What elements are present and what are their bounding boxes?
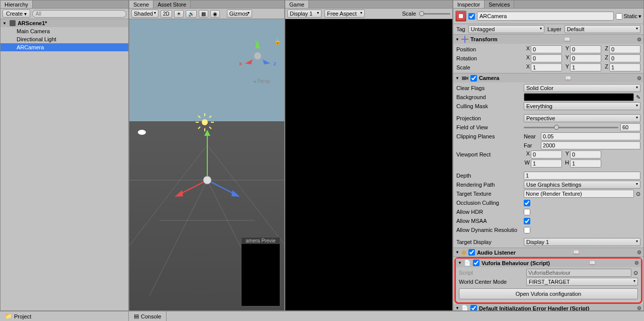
inspector-tab[interactable]: Inspector: [453, 1, 485, 8]
occlusion-checkbox[interactable]: [524, 200, 530, 206]
target-texture-input[interactable]: [524, 190, 634, 198]
vuforia-header[interactable]: 📄 Vuforia Behaviour (Script) 📖 ⚙: [456, 259, 641, 267]
near-input[interactable]: [541, 132, 640, 140]
project-tab[interactable]: 📁 Project: [0, 311, 129, 321]
depth-input[interactable]: [524, 172, 640, 180]
camera-component: Camera 📖 ⚙ Clear FlagsSolid Color Backgr…: [453, 73, 643, 248]
msaa-checkbox[interactable]: [524, 218, 530, 224]
rot-z-input[interactable]: [609, 54, 640, 62]
vp-h-input[interactable]: [570, 159, 601, 168]
help-icon[interactable]: 📖: [564, 37, 570, 42]
asset-store-tab[interactable]: Asset Store: [153, 1, 191, 8]
pos-y-input[interactable]: [570, 45, 601, 53]
gear-icon[interactable]: ⚙: [634, 260, 639, 266]
pos-z-input[interactable]: [609, 45, 640, 53]
transform-header[interactable]: Transform 📖 ⚙: [453, 35, 643, 44]
camera-preview-label: amera Previe: [242, 237, 280, 244]
camera-enable-checkbox[interactable]: [470, 75, 477, 82]
gear-icon[interactable]: ⚙: [637, 75, 641, 81]
svg-line-16: [198, 116, 200, 118]
hierarchy-item-arcamera[interactable]: ARCamera: [1, 43, 128, 51]
services-tab[interactable]: Services: [485, 1, 514, 8]
gear-icon[interactable]: ⚙: [637, 305, 641, 310]
pos-x-input[interactable]: [531, 45, 562, 53]
rotation-label: Rotation: [456, 55, 522, 61]
static-dropdown-icon[interactable]: ▾: [638, 13, 641, 20]
layer-dropdown[interactable]: Default: [565, 25, 640, 33]
orientation-gizmo[interactable]: y x z: [240, 38, 275, 73]
2d-toggle[interactable]: 2D: [160, 10, 172, 18]
vp-y-input[interactable]: [570, 150, 601, 158]
hierarchy-item-directional-light[interactable]: Directional Light: [1, 35, 128, 43]
svg-line-6: [129, 145, 207, 246]
gear-icon[interactable]: ⚙: [637, 250, 641, 255]
active-checkbox[interactable]: [468, 13, 475, 20]
error-handler-header[interactable]: 📄 Default Initialization Error Handler (…: [453, 304, 643, 310]
fov-input[interactable]: [620, 123, 640, 131]
audio-enable-checkbox[interactable]: [468, 249, 475, 256]
gizmo-toggle[interactable]: ◉: [210, 10, 220, 18]
svg-rect-0: [10, 20, 16, 26]
gear-icon[interactable]: ⚙: [637, 37, 641, 42]
far-input[interactable]: [541, 141, 640, 149]
projection-dropdown[interactable]: Perspective: [524, 114, 640, 122]
world-center-dropdown[interactable]: FIRST_TARGET: [526, 278, 638, 286]
game-tab[interactable]: Game: [285, 1, 309, 8]
scale-slider[interactable]: [419, 11, 424, 16]
target-display-dropdown[interactable]: Display 1: [524, 238, 640, 246]
axis-y-label: y: [255, 38, 258, 44]
scene-view[interactable]: 🔒 y x z Persp: [129, 19, 284, 310]
clear-flags-dropdown[interactable]: Solid Color: [524, 84, 640, 92]
audio-listener-header[interactable]: ◉ Audio Listener 📖 ⚙: [453, 248, 643, 257]
scene-header[interactable]: ARScene1*: [1, 19, 128, 27]
aspect-dropdown[interactable]: Free Aspect: [325, 10, 365, 18]
object-name-input[interactable]: [477, 12, 614, 21]
hierarchy-tab[interactable]: Hierarchy: [1, 1, 33, 8]
scene-tab[interactable]: Scene: [129, 1, 153, 8]
rot-x-input[interactable]: [531, 54, 562, 62]
object-picker-icon[interactable]: ⊙: [633, 270, 638, 276]
svg-marker-3: [263, 59, 270, 64]
lighting-toggle[interactable]: ☀: [174, 10, 184, 18]
help-icon[interactable]: 📖: [565, 75, 571, 81]
help-icon[interactable]: 📖: [589, 260, 595, 266]
hdr-checkbox[interactable]: [524, 209, 530, 215]
vp-w-input[interactable]: [531, 159, 562, 168]
eyedropper-icon[interactable]: ✎: [636, 94, 640, 101]
open-vuforia-config-button[interactable]: Open Vuforia configuration: [459, 288, 638, 299]
svg-line-7: [207, 145, 284, 246]
scl-y-input[interactable]: [570, 63, 601, 71]
audio-toggle[interactable]: 🔊: [186, 10, 197, 18]
tag-dropdown[interactable]: Untagged: [468, 25, 544, 33]
scl-x-input[interactable]: [531, 63, 562, 71]
console-tab[interactable]: ▤ Console: [129, 311, 167, 321]
fov-slider[interactable]: [554, 125, 559, 130]
hierarchy-item-main-camera[interactable]: Main Camera: [1, 27, 128, 35]
rot-y-input[interactable]: [570, 54, 601, 62]
gizmos-dropdown[interactable]: Gizmos: [227, 10, 252, 18]
camera-icon: [461, 74, 468, 82]
hierarchy-search-input[interactable]: [32, 10, 126, 18]
error-handler-enable-checkbox[interactable]: [470, 305, 477, 310]
help-icon[interactable]: 📖: [573, 250, 579, 255]
shading-dropdown[interactable]: Shaded: [131, 10, 158, 18]
vp-x-input[interactable]: [531, 150, 562, 158]
fx-toggle[interactable]: ▦: [199, 10, 208, 18]
vuforia-component: 📄 Vuforia Behaviour (Script) 📖 ⚙ Script⊙…: [456, 259, 641, 302]
persp-label[interactable]: Persp: [253, 78, 270, 84]
lock-icon[interactable]: 🔒: [274, 38, 281, 45]
object-picker-icon[interactable]: ⊙: [636, 191, 640, 197]
game-view[interactable]: [285, 19, 452, 310]
create-button[interactable]: Create ▾: [3, 10, 30, 18]
rendering-path-dropdown[interactable]: Use Graphics Settings: [524, 181, 640, 189]
audio-icon: ◉: [461, 249, 466, 256]
camera-header[interactable]: Camera 📖 ⚙: [453, 73, 643, 83]
display-dropdown[interactable]: Display 1: [287, 10, 321, 18]
svg-line-18: [198, 127, 200, 129]
static-checkbox[interactable]: [616, 13, 622, 20]
dynamic-res-checkbox[interactable]: [524, 227, 530, 233]
vuforia-enable-checkbox[interactable]: [473, 260, 479, 266]
scl-z-input[interactable]: [609, 63, 640, 71]
culling-mask-dropdown[interactable]: Everything: [524, 102, 640, 110]
background-color[interactable]: [524, 93, 634, 101]
